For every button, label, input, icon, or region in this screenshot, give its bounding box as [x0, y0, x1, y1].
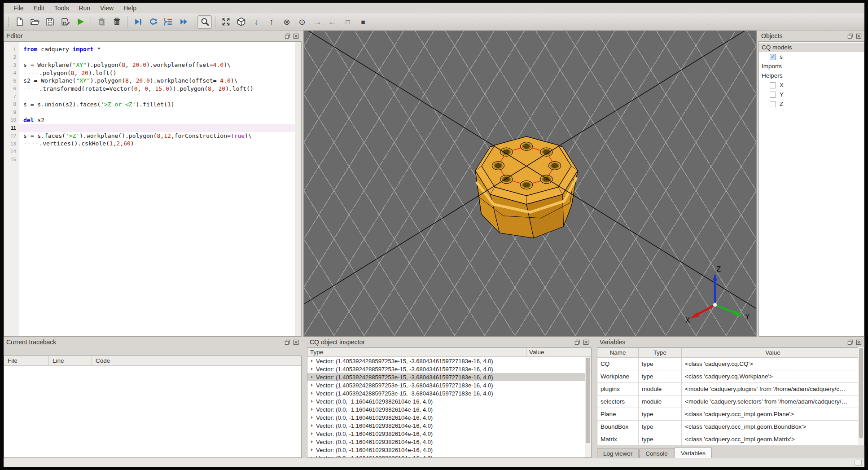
- inspector-row[interactable]: Vector: (0.0, -1.1604610293826104e-16, 4…: [307, 405, 585, 413]
- expand-arrow-icon[interactable]: [311, 392, 313, 395]
- expand-arrow-icon[interactable]: [311, 408, 313, 411]
- code-line-4[interactable]: 4····.polygon(8, 20).loft(): [4, 69, 295, 77]
- code-line-11[interactable]: 11: [4, 124, 295, 132]
- code-line-10[interactable]: 10del s2: [4, 116, 295, 124]
- top-view-button[interactable]: ↓: [249, 15, 263, 29]
- right-view-button[interactable]: ←: [325, 15, 340, 29]
- objects-float-button[interactable]: [847, 33, 853, 39]
- code-line-14[interactable]: 14: [4, 148, 295, 156]
- tab-log-viewer[interactable]: Log viewer: [597, 448, 639, 459]
- menu-help[interactable]: Help: [119, 4, 141, 13]
- code-line-12[interactable]: 12s = s.faces('>Z').workplane().polygon(…: [4, 132, 295, 140]
- traceback-col-code[interactable]: Code: [92, 356, 301, 365]
- iso-view-button[interactable]: [234, 15, 248, 29]
- inspector-row[interactable]: Vector: (1.4053924288597253e-15, -3.6804…: [307, 389, 585, 397]
- menu-view[interactable]: View: [96, 4, 118, 13]
- delete-button[interactable]: [110, 15, 124, 29]
- open-file-button[interactable]: [27, 15, 42, 29]
- variables-close-button[interactable]: [855, 339, 862, 345]
- code-line-7[interactable]: 7: [4, 92, 295, 101]
- shaded-button[interactable]: ■: [356, 15, 370, 29]
- inspector-scrollbar[interactable]: [585, 357, 591, 457]
- editor-scrollbar[interactable]: [295, 42, 301, 336]
- bottom-view-button[interactable]: ↑: [264, 15, 279, 29]
- code-line-2[interactable]: 2: [4, 53, 295, 61]
- new-file-button[interactable]: [12, 15, 26, 29]
- objects-tree-helpers[interactable]: Helpers: [759, 71, 864, 80]
- menu-run[interactable]: Run: [74, 4, 95, 13]
- inspector-row[interactable]: Vector: (0.0, -1.1604610293826104e-16, 4…: [307, 430, 585, 438]
- code-line-8[interactable]: 8s = s.union(s2).faces('>Z or <Z').fille…: [4, 101, 295, 109]
- save-as-button[interactable]: [58, 15, 72, 29]
- variable-row-cq[interactable]: CQtype<class 'cadquery.cq.CQ'>: [597, 358, 864, 370]
- menu-file[interactable]: File: [9, 4, 28, 13]
- render-button[interactable]: [73, 15, 88, 29]
- objects-close-button[interactable]: [855, 33, 862, 39]
- variable-row-plugins[interactable]: pluginsmodule<module 'cadquery.plugins' …: [597, 383, 864, 395]
- continue-button[interactable]: [176, 15, 191, 29]
- step-button[interactable]: [131, 15, 145, 29]
- code-line-6[interactable]: 6····.transformed(rotate=Vector(0, 0, 15…: [4, 85, 295, 93]
- expand-arrow-icon[interactable]: [311, 400, 313, 403]
- expand-arrow-icon[interactable]: [311, 360, 313, 362]
- inspector-row[interactable]: Vector: (0.0, -1.1604610293826104e-16, 4…: [307, 413, 585, 422]
- inspector-row[interactable]: Vector: (1.4053924288597253e-15, -3.6804…: [307, 381, 585, 389]
- code-line-13[interactable]: 13····.vertices().cskHole(1,2,60): [4, 140, 295, 148]
- traceback-col-file[interactable]: File: [4, 356, 49, 365]
- step-into-button[interactable]: [161, 15, 175, 29]
- variable-row-matrix[interactable]: Matrixtype<class 'cadquery.occ_impl.geom…: [597, 433, 864, 446]
- variables-col-value[interactable]: Value: [682, 348, 864, 357]
- traceback-float-button[interactable]: [284, 339, 290, 345]
- inspector-col-value[interactable]: Value: [526, 348, 591, 356]
- checkbox-icon[interactable]: [770, 101, 776, 107]
- code-line-15[interactable]: 15: [4, 155, 295, 163]
- debug-button[interactable]: [94, 15, 109, 29]
- expand-arrow-icon[interactable]: [311, 368, 313, 370]
- code-line-9[interactable]: 9: [4, 108, 295, 116]
- tab-console[interactable]: Console: [639, 448, 674, 459]
- tab-variables[interactable]: Variables: [675, 447, 712, 459]
- variable-row-boundbox[interactable]: BoundBoxtype<class 'cadquery.occ_impl.ge…: [597, 421, 864, 433]
- objects-tree-s[interactable]: ✓s: [759, 52, 864, 61]
- inspector-col-type[interactable]: Type: [307, 348, 526, 356]
- checkbox-checked-icon[interactable]: ✓: [770, 54, 776, 60]
- code-editor[interactable]: 1from cadquery import *23s = Workplane("…: [4, 41, 302, 337]
- variable-row-workplane[interactable]: Workplanetype<class 'cadquery.cq.Workpla…: [597, 370, 864, 383]
- expand-arrow-icon[interactable]: [311, 432, 313, 435]
- inspector-row[interactable]: Vector: (1.4053924288597253e-15, -3.6804…: [307, 373, 585, 381]
- toolbar-handle[interactable]: [7, 17, 10, 27]
- expand-arrow-icon[interactable]: [311, 424, 313, 427]
- menu-edit[interactable]: Edit: [29, 4, 49, 13]
- objects-tree-z[interactable]: Z: [759, 99, 864, 109]
- resize-grip[interactable]: [855, 460, 862, 466]
- inspector-row[interactable]: Vector: (0.0, -1.1604610293826104e-16, 4…: [307, 397, 585, 405]
- inspector-float-button[interactable]: [574, 339, 580, 345]
- code-line-1[interactable]: 1from cadquery import *: [4, 45, 295, 53]
- expand-arrow-icon[interactable]: [311, 416, 313, 419]
- expand-arrow-icon[interactable]: [311, 440, 313, 443]
- objects-tree-cq-models[interactable]: CQ models: [759, 43, 864, 52]
- variables-col-type[interactable]: Type: [639, 348, 682, 357]
- wireframe-button[interactable]: □: [341, 15, 355, 29]
- inspector-row[interactable]: Vector: (0.0, -1.1604610293826104e-16, 4…: [307, 438, 585, 446]
- editor-float-button[interactable]: [284, 33, 290, 39]
- inspector-close-button[interactable]: [583, 339, 589, 345]
- inspector-row[interactable]: Vector: (1.4053924288597253e-15, -3.6804…: [307, 357, 585, 365]
- fit-view-button[interactable]: [219, 15, 233, 29]
- zoom-button[interactable]: [197, 15, 212, 29]
- checkbox-icon[interactable]: [770, 92, 776, 98]
- checkbox-icon[interactable]: [770, 82, 776, 88]
- viewport-3d[interactable]: ZXY: [303, 31, 757, 337]
- save-button[interactable]: [43, 15, 57, 29]
- variables-float-button[interactable]: [847, 339, 853, 345]
- objects-tree-y[interactable]: Y: [759, 90, 864, 99]
- variables-scrollbar[interactable]: [858, 347, 864, 445]
- inspector-row[interactable]: Vector: (0.0, -1.1604610293826104e-16, 4…: [307, 422, 585, 430]
- traceback-col-line[interactable]: Line: [49, 356, 92, 365]
- expand-arrow-icon[interactable]: [311, 384, 313, 387]
- front-view-button[interactable]: ⊗: [280, 15, 294, 29]
- variable-row-selectors[interactable]: selectorsmodule<module 'cadquery.selecto…: [597, 395, 864, 408]
- step-next-button[interactable]: [146, 15, 160, 29]
- menu-tools[interactable]: Tools: [50, 4, 74, 13]
- objects-tree-imports[interactable]: Imports: [759, 61, 864, 71]
